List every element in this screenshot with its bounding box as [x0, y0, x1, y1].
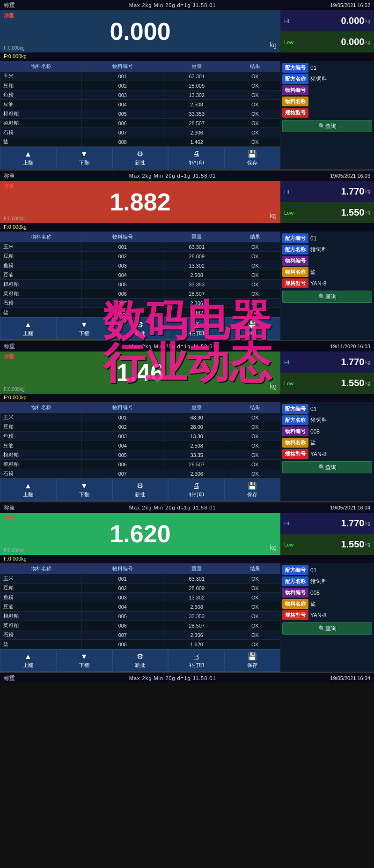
- panel-2-spec-label: 规格型号: [282, 278, 308, 288]
- panel-2-btn-up[interactable]: ▲上翻: [0, 317, 56, 340]
- panel-3-col-result: 结果: [230, 403, 280, 413]
- panel-4-weight-label-top: 净重: [4, 515, 14, 522]
- panel-4-btn-batch[interactable]: ⚙新批: [112, 649, 169, 672]
- table-cell: 1.462: [163, 308, 230, 317]
- table-cell: 63.30: [163, 413, 230, 422]
- panel-4-hi-unit: kg: [365, 521, 370, 526]
- bottom-header-center: Max 2kg Min 20g d=1g J1.58.01: [129, 675, 216, 681]
- panel-3-btn-up[interactable]: ▲上翻: [0, 479, 56, 501]
- panel-3-lo-value: 1.550: [296, 378, 364, 389]
- table-row: 玉米00163.301OK: [0, 242, 280, 252]
- table-cell: 33.35: [163, 450, 230, 460]
- panel-2-spec-value: YAN-8: [310, 280, 372, 287]
- panel-4-material-name-value: 盐: [310, 600, 372, 608]
- table-cell: 玉米: [0, 574, 82, 584]
- panel-4-btn-print[interactable]: 🖨补打印: [168, 649, 224, 672]
- panel-3-col-code: 物料编号: [82, 403, 163, 413]
- panel-1-query-btn[interactable]: 🔍 查询: [282, 120, 372, 132]
- table-cell: 13.302: [163, 261, 230, 270]
- panel-3-header-datetime: 19/11/2020 16:03: [330, 344, 370, 349]
- panel-2-weight-area: 净重 1.882 F:0.000kg kg HI 1.770 kg Low 1.…: [0, 181, 374, 223]
- table-cell: 28.507: [163, 119, 230, 128]
- panel-2-query-btn[interactable]: 🔍 查询: [282, 291, 372, 303]
- table-cell: 33.353: [163, 109, 230, 119]
- panel-1-btn-row: ▲上翻 ▼下翻 ⚙新批 🖨补打印 💾保存: [0, 147, 280, 169]
- table-cell: 33.353: [163, 280, 230, 289]
- table-cell: 005: [82, 612, 163, 621]
- table-cell: 006: [82, 460, 163, 469]
- panel-1-header: 称重 Max 2kg Min 20g d=1g J1.58.01 19/05/2…: [0, 0, 374, 10]
- panel-3-weight-label-top: 净重: [4, 353, 14, 360]
- table-row: 豆油0042.508OK: [0, 100, 280, 109]
- panel-3-btn-down[interactable]: ▼下翻: [56, 479, 112, 501]
- panel-4-btn-down[interactable]: ▼下翻: [56, 649, 112, 672]
- panel-4-lo: Low 1.550 kg: [280, 534, 374, 555]
- print-icon-2: 🖨: [192, 321, 200, 329]
- panel-2-info-spec: 规格型号 YAN-8: [282, 278, 372, 288]
- panel-2-info-formula-name: 配方名称 猪饲料: [282, 245, 372, 254]
- table-row: 棉籽粕00533.35OK: [0, 450, 280, 460]
- panel-1-right: 配方编号 01 配方名称 猪饲料 物料编号 物料名称 规格型号: [280, 61, 374, 169]
- panel-3-info-material-no: 物料编号 008: [282, 427, 372, 436]
- panel-2-material-name-value: 盐: [310, 268, 372, 276]
- panel-2-btn-down[interactable]: ▼下翻: [56, 317, 112, 340]
- batch-icon-2: ⚙: [137, 320, 143, 329]
- panel-3-info-formula-name: 配方名称 猪饲料: [282, 415, 372, 425]
- panel-1-lo-label: Low: [284, 39, 296, 45]
- panel-1-col-code: 物料编号: [82, 61, 163, 72]
- table-cell: OK: [230, 299, 280, 308]
- panel-4-material-name-label: 物料名称: [282, 599, 308, 609]
- panel-4-lo-label: Low: [284, 542, 296, 547]
- query-icon-2: 🔍: [318, 293, 325, 300]
- panel-3-btn-print[interactable]: 🖨补打印: [168, 479, 224, 501]
- table-cell: 28.507: [163, 460, 230, 469]
- table-row: 菜籽粕00628.507OK: [0, 289, 280, 299]
- panel-2-btn-batch[interactable]: ⚙新批: [112, 317, 169, 340]
- down-icon: ▼: [81, 150, 88, 158]
- table-cell: OK: [230, 630, 280, 640]
- table-cell: 2.306: [163, 630, 230, 640]
- panel-1-btn-down[interactable]: ▼下翻: [56, 147, 112, 169]
- panel-2-info-formula-no: 配方编号 01: [282, 233, 372, 243]
- panel-4-btn-up[interactable]: ▲上翻: [0, 649, 56, 672]
- table-cell: 004: [82, 602, 163, 612]
- panel-1-btn-save[interactable]: 💾保存: [224, 147, 280, 169]
- table-cell: 菜籽粕: [0, 289, 82, 299]
- table-cell: OK: [230, 621, 280, 630]
- panel-4-query-btn[interactable]: 🔍 查询: [282, 622, 372, 635]
- panel-4-btn-save[interactable]: 💾保存: [224, 649, 280, 672]
- panel-2-col-code: 物料编号: [82, 232, 163, 242]
- panel-2-btn-save[interactable]: 💾保存: [224, 317, 280, 340]
- panel-1-col-name: 物料名称: [0, 61, 82, 72]
- panel-2-table: 物料名称 物料编号 重量 结果 玉米00163.301OK豆粕00228.009…: [0, 232, 280, 317]
- panel-1-header-datetime: 19/05/2021 16:02: [330, 2, 370, 8]
- panel-3-header: 称重 Max 2kg Min 20g d=1g J1.58.01 19/11/2…: [0, 341, 374, 352]
- table-cell: 002: [82, 81, 163, 90]
- panel-4-btn-row: ▲上翻 ▼下翻 ⚙新批 🖨补打印 💾保存: [0, 649, 280, 672]
- table-cell: 豆油: [0, 441, 82, 450]
- panel-2-lo-label: Low: [284, 210, 296, 216]
- panel-1-btn-print[interactable]: 🖨补打印: [168, 147, 224, 169]
- table-cell: 007: [82, 469, 163, 479]
- batch-icon-4: ⚙: [137, 652, 143, 661]
- panel-4-zero-line: F:0.000kg: [0, 555, 374, 563]
- panel-3-btn-save[interactable]: 💾保存: [224, 479, 280, 501]
- panel-1-weight-side: HI 0.000 kg Low 0.000 kg: [280, 10, 374, 52]
- table-cell: 005: [82, 280, 163, 289]
- panel-3-query-btn[interactable]: 🔍 查询: [282, 461, 372, 473]
- table-cell: 豆粕: [0, 584, 82, 593]
- table-cell: 棉籽粕: [0, 612, 82, 621]
- panel-4-weight-main: 净重 1.620 F:0.000kg kg: [0, 513, 280, 555]
- panel-3-btn-row: ▲上翻 ▼下翻 ⚙新批 🖨补打印 💾保存: [0, 479, 280, 501]
- table-cell: 玉米: [0, 242, 82, 252]
- panel-1-formula-name-label: 配方名称: [282, 74, 308, 84]
- panel-3-btn-batch[interactable]: ⚙新批: [112, 479, 169, 501]
- panel-3-header-left: 称重: [4, 343, 15, 351]
- panel-1-btn-up[interactable]: ▲上翻: [0, 147, 56, 169]
- table-cell: OK: [230, 593, 280, 602]
- panel-1-btn-batch[interactable]: ⚙新批: [112, 147, 169, 169]
- panel-2-weight-unit: kg: [270, 212, 277, 219]
- panel-2-btn-print[interactable]: 🖨补打印: [168, 317, 224, 340]
- table-row: 石粉0072.306OK: [0, 128, 280, 137]
- panel-2-col-weight: 重量: [163, 232, 230, 242]
